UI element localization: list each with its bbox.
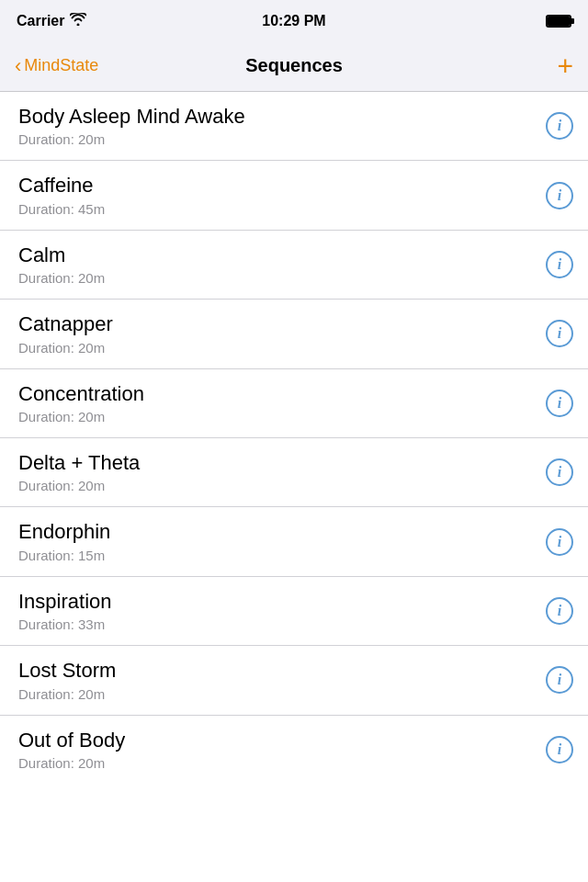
list-item[interactable]: Concentration Duration: 20m i [0, 369, 588, 438]
item-duration: Duration: 45m [18, 201, 535, 217]
item-duration: Duration: 20m [18, 340, 535, 356]
item-text: Delta + Theta Duration: 20m [18, 451, 535, 493]
info-button[interactable]: i [546, 597, 573, 625]
info-button[interactable]: i [546, 112, 573, 140]
item-name: Delta + Theta [18, 451, 535, 475]
list-item[interactable]: Endorphin Duration: 15m i [0, 507, 588, 576]
item-text: Body Asleep Mind Awake Duration: 20m [18, 105, 535, 147]
item-duration: Duration: 20m [18, 270, 535, 286]
info-button[interactable]: i [546, 666, 573, 694]
item-name: Lost Storm [18, 659, 535, 683]
item-name: Concentration [18, 382, 535, 406]
info-button[interactable]: i [546, 736, 573, 763]
info-button[interactable]: i [546, 251, 573, 278]
info-button[interactable]: i [546, 320, 573, 347]
item-text: Inspiration Duration: 33m [18, 590, 535, 632]
battery-icon [546, 15, 571, 28]
carrier-info: Carrier [17, 13, 86, 29]
item-text: Caffeine Duration: 45m [18, 174, 535, 216]
item-duration: Duration: 20m [18, 131, 535, 147]
sequences-list: Body Asleep Mind Awake Duration: 20m i C… [0, 92, 588, 882]
info-button[interactable]: i [546, 528, 573, 556]
navigation-bar: ‹ MindState Sequences + [0, 40, 588, 92]
item-name: Out of Body [18, 729, 535, 752]
carrier-label: Carrier [17, 13, 64, 29]
list-item[interactable]: Caffeine Duration: 45m i [0, 161, 588, 230]
wifi-icon [70, 13, 86, 29]
status-bar: Carrier 10:29 PM [0, 0, 588, 40]
info-button[interactable]: i [546, 458, 573, 486]
battery-fill [548, 17, 570, 26]
list-item[interactable]: Delta + Theta Duration: 20m i [0, 438, 588, 507]
item-duration: Duration: 20m [18, 755, 535, 771]
item-duration: Duration: 20m [18, 686, 535, 702]
item-text: Catnapper Duration: 20m [18, 312, 535, 355]
item-name: Caffeine [18, 174, 535, 198]
item-text: Out of Body Duration: 20m [18, 729, 535, 771]
item-text: Calm Duration: 20m [18, 243, 535, 286]
list-item[interactable]: Inspiration Duration: 33m i [0, 577, 588, 646]
back-label: MindState [24, 56, 98, 75]
item-name: Catnapper [18, 312, 535, 336]
item-duration: Duration: 15m [18, 548, 535, 563]
info-button[interactable]: i [546, 182, 573, 209]
item-text: Endorphin Duration: 15m [18, 520, 535, 562]
item-duration: Duration: 20m [18, 409, 535, 424]
item-text: Lost Storm Duration: 20m [18, 659, 535, 701]
info-button[interactable]: i [546, 390, 573, 417]
item-name: Calm [18, 243, 535, 267]
page-title: Sequences [245, 55, 343, 76]
list-item[interactable]: Catnapper Duration: 20m i [0, 300, 588, 368]
list-item[interactable]: Lost Storm Duration: 20m i [0, 646, 588, 715]
item-name: Body Asleep Mind Awake [18, 105, 535, 129]
item-duration: Duration: 33m [18, 616, 535, 632]
status-time: 10:29 PM [262, 13, 325, 29]
item-duration: Duration: 20m [18, 478, 535, 493]
item-text: Concentration Duration: 20m [18, 382, 535, 424]
battery-indicator [546, 15, 571, 28]
list-item[interactable]: Calm Duration: 20m i [0, 231, 588, 300]
list-item[interactable]: Body Asleep Mind Awake Duration: 20m i [0, 92, 588, 161]
back-chevron-icon: ‹ [15, 56, 21, 76]
item-name: Inspiration [18, 590, 535, 614]
back-button[interactable]: ‹ MindState [15, 56, 98, 76]
list-item[interactable]: Out of Body Duration: 20m i [0, 716, 588, 784]
add-button[interactable]: + [557, 52, 573, 80]
item-name: Endorphin [18, 520, 535, 544]
